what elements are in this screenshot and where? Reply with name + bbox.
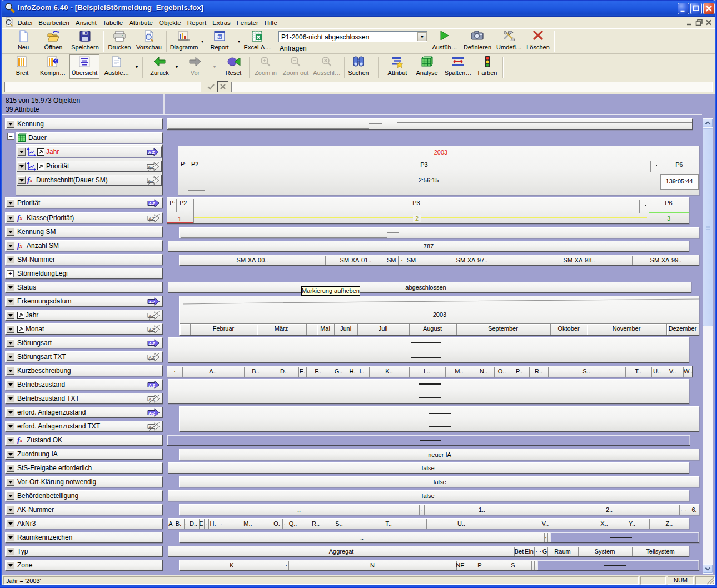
svg-text:A-Z: A-Z [149,383,156,388]
svg-text:A-Z: A-Z [149,201,156,206]
svg-text:A-Z: A-Z [149,341,156,346]
svg-text:R: R [218,34,222,39]
svg-text:A-Z: A-Z [149,411,156,416]
svg-text:A-Z: A-Z [149,300,156,305]
svg-text:A-Z: A-Z [148,150,155,155]
